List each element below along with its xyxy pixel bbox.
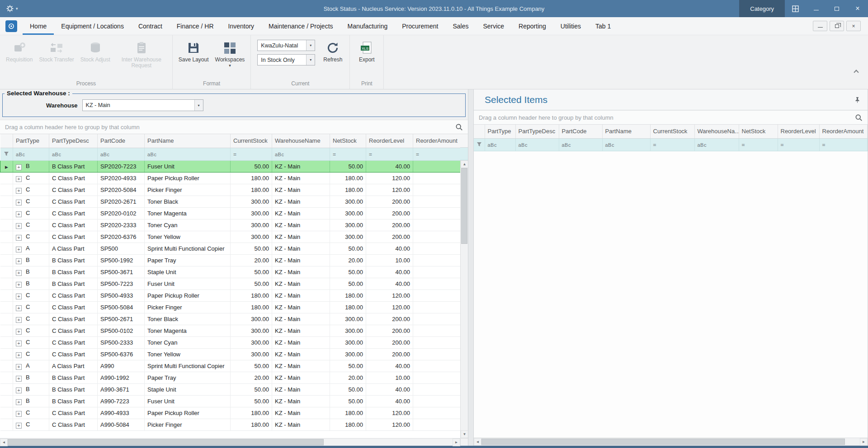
layout-grid-button[interactable] (785, 0, 806, 17)
tab-contract[interactable]: Contract (131, 17, 170, 35)
tab-manufacturing[interactable]: Manufacturing (340, 17, 395, 35)
column-header-reorderlevel[interactable]: ReorderLevel (778, 125, 819, 138)
vertical-scrollbar[interactable]: ▲ ▼ (460, 160, 468, 438)
expand-icon[interactable] (16, 176, 22, 182)
expand-icon[interactable] (16, 364, 22, 370)
group-by-bar[interactable]: Drag a column header here to group by th… (474, 110, 868, 125)
child-minimize-button[interactable] (813, 21, 827, 31)
chevron-down-icon[interactable]: ▾ (194, 100, 203, 111)
expand-icon[interactable] (16, 317, 22, 323)
region-dropdown[interactable]: KwaZulu-Natal ▾ (257, 40, 315, 51)
app-logo[interactable] (5, 20, 17, 32)
column-header-parttypedesc[interactable]: PartTypeDesc (515, 125, 559, 138)
expand-icon[interactable] (16, 247, 22, 252)
filter-cell-partcode[interactable]: aBc (559, 138, 602, 151)
stock-adjust-button[interactable]: Stock Adjust (78, 38, 113, 63)
column-header-reorderamount[interactable]: ReorderAmount (819, 125, 868, 138)
scrollbar-track[interactable] (461, 168, 468, 430)
tab-equipment-locations[interactable]: Equipment / Locations (54, 17, 131, 35)
tab-tab-1[interactable]: Tab 1 (588, 17, 618, 35)
tab-utilities[interactable]: Utilities (553, 17, 588, 35)
column-header-warehousename[interactable]: WarehouseName (272, 134, 330, 148)
group-by-bar[interactable]: Drag a column header here to group by th… (0, 120, 468, 134)
tab-procurement[interactable]: Procurement (395, 17, 445, 35)
table-row[interactable]: B B Class Part A990-1992 Paper Tray 20.0… (0, 372, 461, 383)
scrollbar-track[interactable] (8, 439, 453, 446)
scroll-down-button[interactable]: ▼ (461, 430, 468, 438)
column-header-parttypedesc[interactable]: PartTypeDesc (49, 134, 98, 148)
category-button[interactable]: Category (739, 0, 785, 17)
table-row[interactable]: B B Class Part SP500-1992 Paper Tray 20.… (0, 254, 461, 266)
column-header-partname[interactable]: PartName (145, 134, 231, 148)
expand-icon[interactable] (16, 188, 22, 194)
refresh-button[interactable]: Refresh (320, 38, 346, 63)
expand-icon[interactable] (16, 411, 22, 417)
maximize-button[interactable] (826, 0, 847, 17)
scrollbar-track[interactable] (481, 438, 860, 445)
table-row[interactable]: C C Class Part SP500-2333 Toner Cyan 300… (0, 336, 461, 348)
inter-warehouse-request-button[interactable]: Inter Warehouse Request (114, 38, 169, 69)
tab-maintenance-projects[interactable]: Maintenance / Projects (261, 17, 340, 35)
expand-icon[interactable] (16, 282, 22, 288)
expand-icon[interactable] (16, 270, 22, 276)
expand-icon[interactable] (16, 164, 22, 170)
child-restore-button[interactable] (830, 21, 844, 31)
horizontal-scrollbar[interactable]: ◄ ► (474, 438, 868, 445)
filter-cell-partcode[interactable]: aBc (98, 148, 145, 160)
scrollbar-thumb[interactable] (8, 439, 324, 445)
filter-cell-reorderamount[interactable]: = (819, 138, 868, 151)
table-row[interactable]: C C Class Part SP500-0102 Toner Magenta … (0, 325, 461, 336)
table-row[interactable]: B B Class Part A990-3671 Staple Unit 50.… (0, 383, 461, 395)
workspaces-button[interactable]: Workspaces ▾ (213, 38, 247, 68)
table-row[interactable]: C C Class Part A990-4933 Paper Pickup Ro… (0, 407, 461, 419)
chevron-down-icon[interactable]: ▾ (306, 40, 315, 51)
table-row[interactable]: A A Class Part SP500 Sprint Multi Functi… (0, 243, 461, 254)
scroll-right-button[interactable]: ► (860, 438, 868, 446)
expand-icon[interactable] (16, 223, 22, 229)
filter-cell-reorderlevel[interactable]: = (366, 148, 413, 160)
table-row[interactable]: C C Class Part SP500-5084 Picker Finger … (0, 301, 461, 313)
expand-icon[interactable] (16, 305, 22, 311)
tab-reporting[interactable]: Reporting (511, 17, 553, 35)
table-row[interactable]: B B Class Part A990-7223 Fuser Unit 50.0… (0, 395, 461, 407)
filter-cell-parttypedesc[interactable]: aBc (515, 138, 559, 151)
child-close-button[interactable]: × (846, 21, 861, 31)
table-row[interactable]: C C Class Part SP2020-4933 Paper Pickup … (0, 172, 461, 184)
filter-cell-currentstock[interactable]: = (650, 138, 694, 151)
filter-cell-reorderamount[interactable]: = (413, 148, 461, 160)
table-row[interactable]: B B Class Part SP500-3671 Staple Unit 50… (0, 266, 461, 278)
filter-cell-parttype[interactable]: aBc (485, 138, 515, 151)
expand-icon[interactable] (16, 200, 22, 205)
close-button[interactable]: × (847, 0, 868, 17)
filter-cell-parttypedesc[interactable]: aBc (49, 148, 98, 160)
column-header-partcode[interactable]: PartCode (98, 134, 145, 148)
column-header-partcode[interactable]: PartCode (559, 125, 602, 138)
requisition-button[interactable]: Requisition (4, 38, 35, 63)
column-header-netstock[interactable]: NetStock (739, 125, 778, 138)
table-row[interactable]: C C Class Part SP2020-5084 Picker Finger… (0, 184, 461, 196)
column-header-reorderamount[interactable]: ReorderAmount (413, 134, 461, 148)
table-row[interactable]: C C Class Part SP500-2671 Toner Black 30… (0, 313, 461, 325)
column-header-parttype[interactable]: PartType (485, 125, 515, 138)
collapse-ribbon-button[interactable] (852, 67, 861, 75)
scroll-left-button[interactable]: ◄ (474, 438, 481, 446)
filter-cell-partname[interactable]: aBc (602, 138, 650, 151)
filter-cell-netstock[interactable]: = (739, 138, 778, 151)
scrollbar-thumb[interactable] (461, 168, 467, 244)
filter-button[interactable] (474, 138, 485, 151)
table-row[interactable]: C C Class Part A990-5084 Picker Finger 1… (0, 419, 461, 430)
expand-icon[interactable] (16, 294, 22, 299)
app-menu-button[interactable]: ▾ (0, 0, 24, 17)
column-header-reorderlevel[interactable]: ReorderLevel (366, 134, 413, 148)
search-button[interactable] (455, 123, 463, 131)
scroll-up-button[interactable]: ▲ (461, 160, 468, 168)
filter-cell-netstock[interactable]: = (330, 148, 366, 160)
filter-cell-warehousename[interactable]: aBc (694, 138, 739, 151)
horizontal-scrollbar[interactable]: ◄ ► (0, 438, 468, 446)
save-layout-button[interactable]: Save Layout (176, 38, 211, 63)
table-row[interactable]: C C Class Part SP500-4933 Paper Pickup R… (0, 289, 461, 301)
export-button[interactable]: XLS Export (354, 38, 380, 63)
column-header-currentstock[interactable]: CurrentStock (650, 125, 694, 138)
expand-icon[interactable] (16, 376, 22, 382)
column-header-netstock[interactable]: NetStock (330, 134, 366, 148)
